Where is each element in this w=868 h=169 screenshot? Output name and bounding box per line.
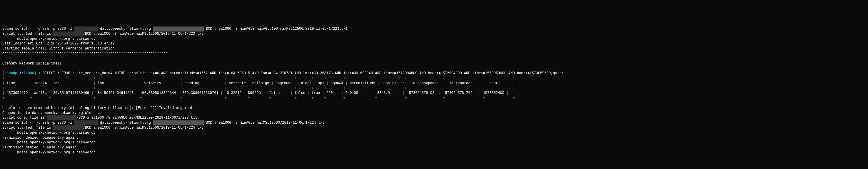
password-prompt-2: @data.opensky-network.org's password:	[2, 131, 96, 135]
table-header: | time | icao24 | lat | lon | velocity |…	[2, 81, 517, 85]
opensky-label: OpenSky Network Impala Shell	[2, 61, 62, 66]
blank-3	[2, 101, 4, 105]
last-login: Last login: Fri Oct 2 16:26:50 2020 from…	[2, 41, 115, 46]
password-prompt-3: @data.opensky-network.org's password:	[2, 140, 96, 145]
script-started-1: Script started, file is /BCD_area1000_r8…	[2, 32, 204, 36]
script-done-1: Script done, file is /BCD_area1000_r8_mi…	[2, 116, 197, 120]
password-prompt-1: @data.opensky-network.org's password:	[2, 37, 96, 41]
blank-1	[2, 57, 4, 61]
stars-line: ****************************************…	[2, 52, 167, 56]
table-separator-bot: +------------+--------+-----------------…	[2, 96, 515, 100]
permission-denied-1: Permission denied, please try again.	[2, 136, 79, 140]
table-row-1: | 1573054579 | ad478c | 30.3519744873046…	[2, 91, 508, 95]
permission-denied-2: Permission denied, please try again.	[2, 145, 79, 149]
warning-history: Unable to save command history (disablin…	[2, 106, 193, 110]
terminal-output: spawn script -f -c ssh -p 2230 -l data.o…	[2, 22, 866, 155]
table-separator-mid: +------------+--------+-----------------…	[2, 86, 515, 90]
starting-impala: Starting Impala Shell without Kerberos a…	[2, 47, 115, 51]
table-separator-top: +------------+--------+-----------------…	[2, 76, 515, 80]
script-started-2: Script started, file is /BCD_area1000_r8…	[2, 126, 204, 130]
spawn-command-1: spawn script -f -c ssh -p 2230 -l data.o…	[2, 27, 348, 31]
sql-query: [hadoop-1:21000] > SELECT * FROM state_v…	[2, 71, 563, 75]
blank-2	[2, 66, 4, 71]
spawn-command-2: spawn script -f -c ssh -p 2230 -l data.o…	[2, 121, 324, 125]
password-prompt-4: @data.opensky-network.org's password:	[2, 150, 96, 154]
connection-closed: Connection to data.opensky-network.org c…	[2, 111, 100, 115]
